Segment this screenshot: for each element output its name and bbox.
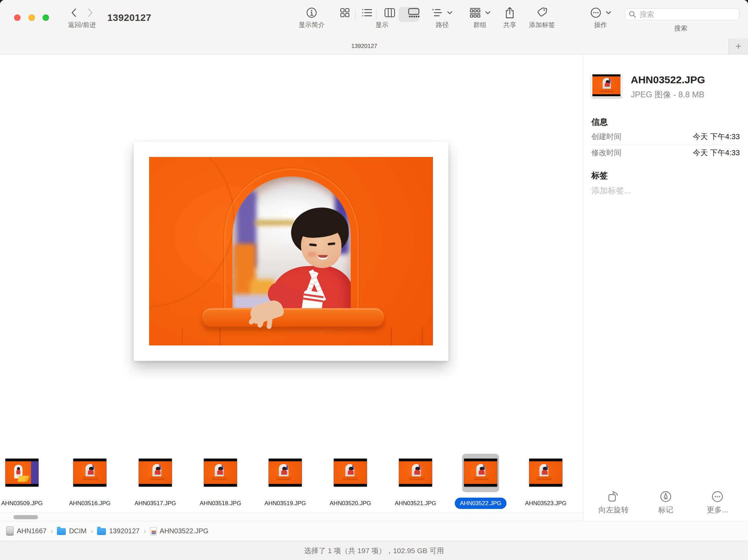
photo-thumbnail[interactable] <box>73 459 107 487</box>
info-row-value: 今天 下午4:33 <box>693 148 740 158</box>
status-bar: 选择了 1 项（共 197 项），102.95 GB 可用 <box>0 541 748 560</box>
folder-icon <box>57 528 66 535</box>
thumbnail-filename: AHN03523.JPG <box>525 498 567 509</box>
group-label: 群组 <box>469 21 491 29</box>
window-title: 13920127 <box>107 12 152 23</box>
breadcrumb-item[interactable]: DCIM <box>57 527 86 535</box>
photo-thumbnail[interactable] <box>529 459 563 487</box>
more-button[interactable]: 更多... <box>707 490 728 514</box>
breadcrumb-label: AHN1667 <box>17 527 47 535</box>
back-icon[interactable] <box>71 8 77 17</box>
path-bar: AHN1667 › DCIM › 13920127 › AHN03522.JPG <box>0 521 748 541</box>
photo-thumbnail[interactable] <box>269 459 302 487</box>
info-section-header: 信息 <box>591 117 608 127</box>
minimize-window-button[interactable] <box>28 14 35 21</box>
toolbar-item-share[interactable]: 共享 <box>503 5 516 29</box>
window-sill <box>202 308 384 327</box>
icon-view-icon[interactable] <box>340 8 350 18</box>
file-meta: JPEG 图像 - 8.8 MB <box>631 89 704 100</box>
photo-thumbnail[interactable] <box>5 459 39 487</box>
rotate-left-button[interactable]: 向左旋转 <box>599 490 629 514</box>
photo-thumbnail[interactable] <box>334 459 367 487</box>
info-row: 修改时间 今天 下午4:33 <box>591 145 740 160</box>
back-forward-label: 返回/前进 <box>68 21 96 29</box>
tag-icon <box>529 5 555 21</box>
close-window-button[interactable] <box>14 14 21 21</box>
playhouse-molding <box>149 157 235 308</box>
status-text: 选择了 1 项（共 197 项），102.95 GB 可用 <box>304 546 444 556</box>
share-icon <box>503 5 516 21</box>
toolbar-item-group[interactable]: 群组 <box>469 5 491 29</box>
rotate-left-icon <box>599 490 629 503</box>
column-view-icon[interactable] <box>384 8 395 17</box>
thumbnail-filename: AHN03517.JPG <box>135 498 176 509</box>
share-label: 共享 <box>503 21 516 29</box>
info-label: 显示简介 <box>299 21 325 29</box>
preview-sidebar: AHN03522.JPG JPEG 图像 - 8.8 MB 信息 创建时间 今天… <box>583 55 748 521</box>
toolbar-item-info[interactable]: 显示简介 <box>299 5 325 29</box>
gallery-item-selected[interactable]: AHN03522.JPG <box>453 454 508 521</box>
search-input-box[interactable] <box>625 8 739 20</box>
breadcrumb-item[interactable]: AHN1667 <box>6 526 47 536</box>
info-row-value: 今天 下午4:33 <box>693 132 740 142</box>
folder-icon <box>97 528 106 535</box>
path-label: 路径 <box>432 21 453 29</box>
scrollbar-thumb[interactable] <box>13 515 38 519</box>
search-label-wrap: 搜索 <box>674 25 687 32</box>
photo-thumbnail[interactable] <box>464 459 497 487</box>
breadcrumb-label: AHN03522.JPG <box>160 527 208 535</box>
tags-section-header: 标签 <box>591 170 608 181</box>
gallery-view-icon[interactable] <box>407 8 421 18</box>
breadcrumb-item[interactable]: 13920127 <box>97 527 140 535</box>
zoom-window-button[interactable] <box>43 14 49 21</box>
info-row-label: 修改时间 <box>591 148 622 158</box>
breadcrumb-label: 13920127 <box>109 527 140 535</box>
breadcrumb-chevron-icon: › <box>91 527 93 535</box>
photo-thumbnail[interactable] <box>204 459 237 487</box>
rotate-left-label: 向左旋转 <box>599 506 629 514</box>
toolbar-item-path[interactable]: 路径 <box>432 5 453 29</box>
markup-icon <box>658 490 673 503</box>
photo-thumbnail[interactable] <box>139 459 172 487</box>
image-file-icon <box>150 527 157 535</box>
gallery-item[interactable]: AHN03509.JPG <box>0 454 49 521</box>
gallery-item[interactable]: AHN03523.JPG <box>518 454 573 521</box>
forward-icon[interactable] <box>87 8 93 17</box>
gallery-item[interactable]: AHN03519.JPG <box>258 454 313 521</box>
plus-icon: + <box>735 40 741 52</box>
photo-thumbnail[interactable] <box>399 459 432 487</box>
add-tags-field[interactable]: 添加标签... <box>591 185 631 196</box>
thumbnail-filename: AHN03518.JPG <box>200 498 241 509</box>
tab-bar: 13920127 + <box>0 38 748 54</box>
gallery-item[interactable]: AHN03518.JPG <box>193 454 248 521</box>
markup-label: 标记 <box>658 506 673 514</box>
toolbar-item-action[interactable]: 操作 <box>590 5 611 29</box>
gallery-item[interactable]: AHN03517.JPG <box>128 454 183 521</box>
info-row: 创建时间 今天 下午4:33 <box>591 129 740 144</box>
toolbar: 返回/前进 13920127 显示简介 显示 <box>0 0 748 38</box>
breadcrumb-chevron-icon: › <box>51 527 53 535</box>
thumbnail-filename: AHN03516.JPG <box>69 498 111 509</box>
thumbnail-filename: AHN03520.JPG <box>330 498 371 509</box>
thumbnail-filename: AHN03519.JPG <box>265 498 306 509</box>
path-icon <box>432 8 443 17</box>
thumbnail-filename: AHN03521.JPG <box>395 498 436 509</box>
gallery-item[interactable]: AHN03521.JPG <box>388 454 443 521</box>
nav-back-forward: 返回/前进 <box>68 5 96 29</box>
group-icon <box>469 8 481 18</box>
gallery-item[interactable]: AHN03520.JPG <box>323 454 378 521</box>
active-tab[interactable]: 13920127 <box>0 38 728 54</box>
breadcrumb-item[interactable]: AHN03522.JPG <box>150 527 208 535</box>
ellipsis-icon <box>707 490 728 503</box>
search-input[interactable] <box>639 10 736 19</box>
new-tab-button[interactable]: + <box>728 38 748 54</box>
horizontal-scrollbar[interactable] <box>0 512 583 521</box>
arch-window <box>232 176 351 308</box>
content-area: AHN03509.JPG AHN03516.JPG AHN03517.JPG A… <box>0 55 748 521</box>
gallery-item[interactable]: AHN03516.JPG <box>62 454 117 521</box>
chevron-down-icon <box>447 11 453 14</box>
toolbar-item-tags[interactable]: 添加标签 <box>529 5 555 29</box>
markup-button[interactable]: 标记 <box>658 490 673 514</box>
child-cuff <box>301 290 324 308</box>
list-view-icon[interactable] <box>362 8 373 17</box>
